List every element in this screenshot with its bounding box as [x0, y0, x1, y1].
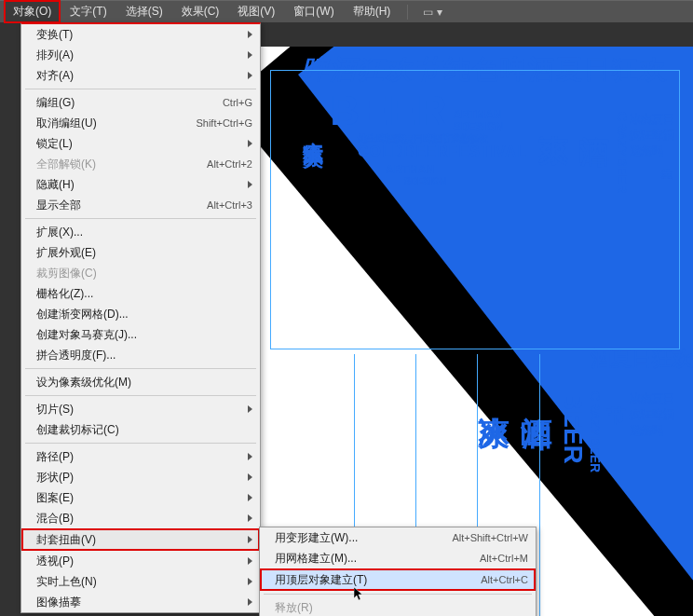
submenu-warp[interactable]: 用变形建立(W)...Alt+Shift+Ctrl+W [260, 527, 536, 548]
submenu-mesh[interactable]: 用网格建立(M)...Alt+Ctrl+M [260, 548, 536, 568]
menu-select[interactable]: 选择(S) [116, 0, 172, 23]
menu-hide[interactable]: 隐藏(H) [21, 174, 260, 195]
menu-image-trace[interactable]: 图像描摹 [21, 592, 260, 612]
menu-effect[interactable]: 效果(C) [172, 0, 229, 23]
menu-path[interactable]: 路径(P) [21, 446, 260, 467]
chevron-right-icon [248, 514, 252, 522]
chevron-right-icon [248, 473, 252, 481]
cursor-icon [354, 587, 365, 602]
menu-crop-image[interactable]: 裁剪图像(C) [21, 263, 260, 283]
separator [264, 594, 532, 595]
chevron-right-icon [248, 578, 252, 585]
chevron-right-icon [248, 557, 252, 565]
chevron-right-icon [248, 536, 252, 543]
menu-flatten-transparency[interactable]: 拼合透明度(F)... [21, 345, 260, 365]
submenu-release[interactable]: 释放(R) [260, 597, 536, 616]
chevron-right-icon [248, 72, 252, 79]
toolbar-icon[interactable]: ▭ ▾ [415, 6, 449, 19]
separator [25, 218, 256, 219]
menu-window[interactable]: 窗口(W) [284, 0, 343, 23]
menu-blend[interactable]: 混合(B) [21, 508, 260, 528]
menu-group[interactable]: 编组(G)Ctrl+G [21, 92, 260, 113]
chevron-right-icon [248, 405, 252, 413]
menu-transform[interactable]: 变换(T) [21, 24, 260, 45]
chevron-right-icon [248, 140, 252, 147]
menu-perspective[interactable]: 透视(P) [21, 551, 260, 571]
envelope-submenu: 用变形建立(W)...Alt+Shift+Ctrl+W 用网格建立(M)...A… [259, 527, 537, 616]
menu-arrange[interactable]: 排列(A) [21, 45, 260, 65]
menu-object-mosaic[interactable]: 创建对象马赛克(J)... [21, 324, 260, 345]
menu-unlock-all[interactable]: 全部解锁(K)Alt+Ctrl+2 [21, 154, 260, 174]
menu-pattern[interactable]: 图案(E) [21, 487, 260, 508]
menu-rasterize[interactable]: 栅格化(Z)... [21, 283, 260, 304]
menu-lock[interactable]: 锁定(L) [21, 133, 260, 154]
menu-pixel-perfect[interactable]: 设为像素级优化(M) [21, 372, 260, 392]
menu-object[interactable]: 对象(O) [4, 0, 61, 23]
separator [25, 89, 256, 89]
menu-envelope-distort[interactable]: 封套扭曲(V) [21, 528, 260, 551]
separator [25, 368, 256, 369]
object-menu-dropdown: 变换(T) 排列(A) 对齐(A) 编组(G)Ctrl+G 取消编组(U)Shi… [20, 22, 261, 613]
separator [25, 443, 256, 444]
menu-expand-appearance[interactable]: 扩展外观(E) [21, 242, 260, 263]
menu-align[interactable]: 对齐(A) [21, 65, 260, 86]
chevron-right-icon [248, 181, 252, 188]
menu-show-all[interactable]: 显示全部Alt+Ctrl+3 [21, 195, 260, 215]
chevron-right-icon [248, 51, 252, 59]
menu-trim-marks[interactable]: 创建裁切标记(C) [21, 419, 260, 440]
menu-gradient-mesh[interactable]: 创建渐变网格(D)... [21, 304, 260, 324]
menu-help[interactable]: 帮助(H) [344, 0, 401, 23]
chevron-right-icon [248, 494, 252, 501]
menu-slice[interactable]: 切片(S) [21, 399, 260, 419]
chevron-right-icon [248, 31, 252, 38]
chevron-right-icon [248, 453, 252, 460]
menu-live-paint[interactable]: 实时上色(N) [21, 571, 260, 592]
menu-view[interactable]: 视图(V) [228, 0, 284, 23]
submenu-top-object[interactable]: 用顶层对象建立(T)Alt+Ctrl+C [260, 568, 536, 591]
menubar: 对象(O) 文字(T) 选择(S) 效果(C) 视图(V) 窗口(W) 帮助(H… [0, 0, 693, 22]
chevron-right-icon [248, 598, 252, 606]
separator [25, 395, 256, 396]
menu-expand[interactable]: 扩展(X)... [21, 222, 260, 242]
menu-type[interactable]: 文字(T) [61, 0, 116, 23]
menu-shape[interactable]: 形状(P) [21, 467, 260, 487]
separator [407, 5, 408, 20]
menu-ungroup[interactable]: 取消编组(U)Shift+Ctrl+G [21, 113, 260, 133]
